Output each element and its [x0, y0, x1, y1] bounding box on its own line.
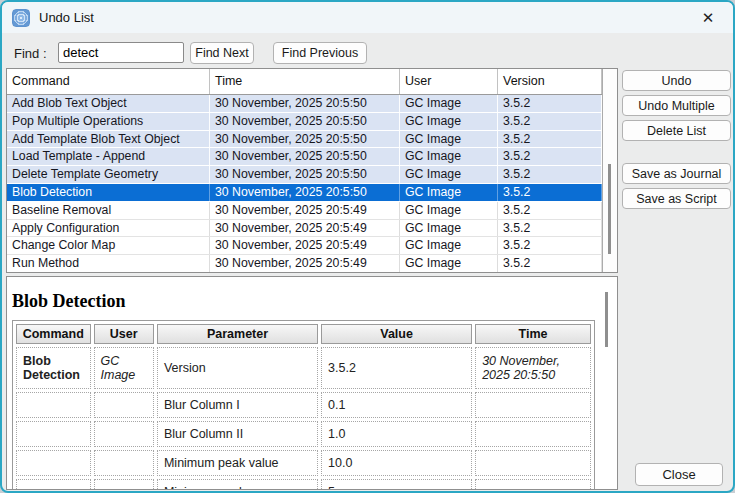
table-row[interactable]: Blob Detection30 November, 2025 20:5:50G…: [7, 184, 602, 202]
detail-row: Minimum peak value10.0: [16, 450, 591, 476]
detail-cell-parameter: Blur Column II: [157, 421, 318, 447]
cell-user: GC Image: [400, 95, 498, 112]
detail-cell-value: 0.1: [321, 392, 472, 418]
close-button[interactable]: Close: [635, 463, 723, 486]
table-row[interactable]: Add Blob Text Object30 November, 2025 20…: [7, 95, 602, 113]
cell-version: 3.5.2: [498, 148, 602, 165]
cell-command: Run Method: [7, 255, 210, 272]
cell-command: Add Blob Text Object: [7, 95, 210, 112]
history-scrollbar-thumb[interactable]: [608, 164, 611, 254]
detail-header-row: Command User Parameter Value Time: [16, 324, 591, 344]
undo-list-app-icon: [12, 9, 30, 27]
cell-time: 30 November, 2025 20:5:50: [210, 148, 400, 165]
cell-time: 30 November, 2025 20:5:50: [210, 166, 400, 183]
detail-cell-time: [475, 392, 591, 418]
table-row[interactable]: Load Template - Append30 November, 2025 …: [7, 148, 602, 166]
detail-cell-command: Blob Detection: [16, 347, 91, 389]
table-row[interactable]: Change Color Map30 November, 2025 20:5:4…: [7, 237, 602, 255]
detail-cell-command: [16, 421, 91, 447]
save-as-journal-button[interactable]: Save as Journal: [622, 163, 731, 184]
detail-row: Blur Column II1.0: [16, 421, 591, 447]
detail-column-user: User: [94, 324, 154, 344]
undo-multiple-button[interactable]: Undo Multiple: [622, 95, 731, 116]
column-header-version[interactable]: Version: [498, 69, 602, 94]
cell-command: Load Template - Append: [7, 148, 210, 165]
cell-user: GC Image: [400, 202, 498, 219]
cell-command: Apply Configuration: [7, 220, 210, 237]
detail-cell-user: [94, 392, 154, 418]
detail-scrollbar-thumb[interactable]: [605, 292, 608, 347]
window-close-icon[interactable]: ✕: [693, 5, 723, 31]
detail-cell-value: 1.0: [321, 421, 472, 447]
cell-command: Add Template Blob Text Object: [7, 131, 210, 148]
history-table-header: Command Time User Version: [7, 69, 617, 95]
cell-version: 3.5.2: [498, 131, 602, 148]
cell-command: Delete Template Geometry: [7, 166, 210, 183]
delete-list-button[interactable]: Delete List: [622, 120, 731, 141]
save-as-script-button[interactable]: Save as Script: [622, 188, 731, 209]
cell-command: Pop Multiple Operations: [7, 113, 210, 130]
detail-cell-parameter: Minimum peak area: [157, 479, 318, 490]
detail-cell-time: 30 November, 2025 20:5:50: [475, 347, 591, 389]
detail-cell-value: 5: [321, 479, 472, 490]
detail-panel: Blob Detection Command User Parameter Va…: [6, 276, 618, 490]
cell-command: Change Color Map: [7, 237, 210, 254]
detail-cell-command: [16, 392, 91, 418]
detail-column-value: Value: [321, 324, 472, 344]
detail-row: Blur Column I0.1: [16, 392, 591, 418]
cell-user: GC Image: [400, 220, 498, 237]
undo-button[interactable]: Undo: [622, 70, 731, 91]
cell-version: 3.5.2: [498, 220, 602, 237]
column-header-user[interactable]: User: [400, 69, 498, 94]
find-input[interactable]: [58, 42, 184, 63]
find-previous-button[interactable]: Find Previous: [273, 42, 367, 64]
history-panel: Command Time User Version Add Blob Text …: [6, 68, 618, 273]
detail-column-time: Time: [475, 324, 591, 344]
cell-time: 30 November, 2025 20:5:49: [210, 220, 400, 237]
cell-time: 30 November, 2025 20:5:50: [210, 113, 400, 130]
detail-cell-command: [16, 450, 91, 476]
cell-version: 3.5.2: [498, 202, 602, 219]
find-next-button[interactable]: Find Next: [190, 42, 254, 64]
cell-time: 30 November, 2025 20:5:49: [210, 202, 400, 219]
detail-cell-time: [475, 421, 591, 447]
detail-table: Command User Parameter Value Time Blob D…: [12, 320, 595, 490]
detail-cell-parameter: Blur Column I: [157, 392, 318, 418]
title-bar: Undo List ✕: [2, 2, 733, 33]
table-row[interactable]: Run Method30 November, 2025 20:5:49GC Im…: [7, 255, 602, 273]
cell-version: 3.5.2: [498, 113, 602, 130]
detail-cell-parameter: Minimum peak value: [157, 450, 318, 476]
table-row[interactable]: Baseline Removal30 November, 2025 20:5:4…: [7, 202, 602, 220]
cell-version: 3.5.2: [498, 237, 602, 254]
detail-cell-command: [16, 479, 91, 490]
detail-row: Minimum peak area5: [16, 479, 591, 490]
cell-user: GC Image: [400, 166, 498, 183]
detail-cell-time: [475, 479, 591, 490]
table-row[interactable]: Apply Configuration30 November, 2025 20:…: [7, 220, 602, 238]
cell-time: 30 November, 2025 20:5:50: [210, 131, 400, 148]
detail-cell-user: GC Image: [94, 347, 154, 389]
detail-table-body: Blob DetectionGC ImageVersion3.5.230 Nov…: [16, 347, 591, 490]
detail-cell-time: [475, 450, 591, 476]
cell-command: Baseline Removal: [7, 202, 210, 219]
detail-cell-value: 3.5.2: [321, 347, 472, 389]
undo-list-dialog: Undo List ✕ Find : Find Next Find Previo…: [0, 0, 735, 493]
detail-cell-user: [94, 421, 154, 447]
cell-user: GC Image: [400, 255, 498, 272]
cell-version: 3.5.2: [498, 255, 602, 272]
cell-user: GC Image: [400, 113, 498, 130]
column-header-command[interactable]: Command: [7, 69, 210, 94]
detail-cell-value: 10.0: [321, 450, 472, 476]
cell-time: 30 November, 2025 20:5:50: [210, 95, 400, 112]
detail-row: Blob DetectionGC ImageVersion3.5.230 Nov…: [16, 347, 591, 389]
column-header-time[interactable]: Time: [210, 69, 400, 94]
table-row[interactable]: Add Template Blob Text Object30 November…: [7, 131, 602, 149]
table-row[interactable]: Delete Template Geometry30 November, 202…: [7, 166, 602, 184]
cell-version: 3.5.2: [498, 184, 602, 201]
detail-cell-parameter: Version: [157, 347, 318, 389]
history-scrollbar[interactable]: [602, 69, 617, 272]
cell-time: 30 November, 2025 20:5:50: [210, 184, 400, 201]
cell-version: 3.5.2: [498, 166, 602, 183]
cell-time: 30 November, 2025 20:5:49: [210, 237, 400, 254]
table-row[interactable]: Pop Multiple Operations30 November, 2025…: [7, 113, 602, 131]
